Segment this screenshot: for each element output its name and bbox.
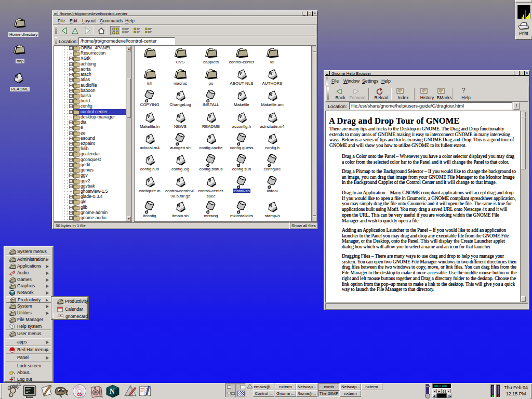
- svg-text:N: N: [110, 388, 115, 395]
- svg-text:?: ?: [11, 324, 14, 329]
- svg-text:CD: CD: [77, 393, 82, 396]
